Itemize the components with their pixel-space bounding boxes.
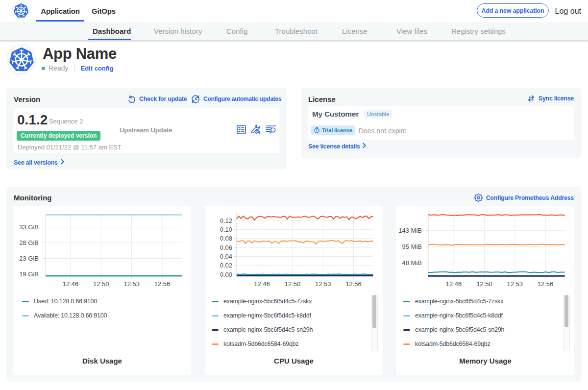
svg-text:12:50: 12:50 <box>93 280 109 288</box>
svg-text:95 MiB: 95 MiB <box>402 243 422 250</box>
svg-text:12:53: 12:53 <box>123 280 140 288</box>
svg-text:12:50: 12:50 <box>476 280 492 288</box>
svg-text:12:53: 12:53 <box>315 280 331 288</box>
svg-text:0.12: 0.12 <box>220 217 232 224</box>
svg-text:0.08: 0.08 <box>220 235 232 242</box>
svg-text:0.06: 0.06 <box>220 244 232 251</box>
svg-text:33 GiB: 33 GiB <box>19 223 39 231</box>
svg-text:28 GiB: 28 GiB <box>19 239 39 246</box>
svg-text:12:46: 12:46 <box>446 280 462 288</box>
svg-text:23 GiB: 23 GiB <box>19 255 39 262</box>
svg-text:12:56: 12:56 <box>538 280 554 288</box>
svg-text:0.02: 0.02 <box>220 262 232 269</box>
svg-text:12:50: 12:50 <box>285 280 301 288</box>
svg-text:0.04: 0.04 <box>220 253 232 260</box>
svg-text:0.10: 0.10 <box>220 226 232 233</box>
svg-text:12:46: 12:46 <box>254 280 270 288</box>
svg-text:12:56: 12:56 <box>345 280 362 288</box>
svg-text:0.00: 0.00 <box>220 271 232 278</box>
svg-text:143 MiB: 143 MiB <box>398 227 422 234</box>
svg-text:48 MiB: 48 MiB <box>402 259 422 267</box>
svg-text:12:46: 12:46 <box>63 280 79 288</box>
svg-text:12:53: 12:53 <box>507 280 523 288</box>
svg-text:19 GiB: 19 GiB <box>19 270 39 278</box>
svg-text:12:56: 12:56 <box>154 280 171 288</box>
